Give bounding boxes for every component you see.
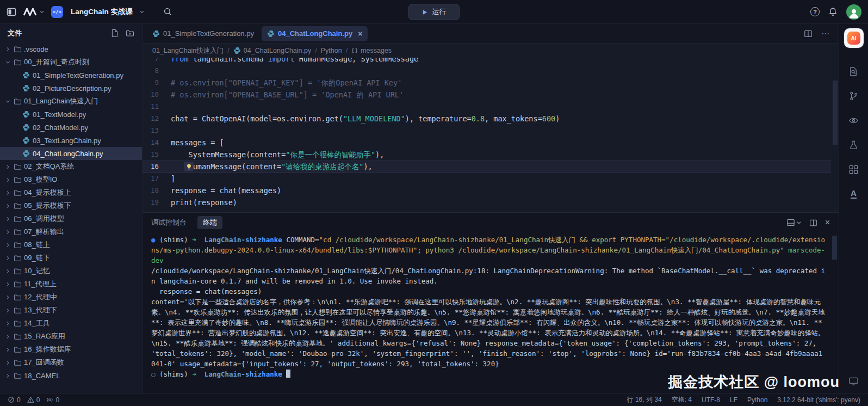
search-icon[interactable] [163, 7, 172, 16]
chevron-right-icon [4, 46, 14, 53]
code-line[interactable]: 12chat = ChatOpenAI(model=os.environ.get… [142, 113, 831, 125]
tree-folder-item[interactable]: 17_回调函数 [0, 356, 142, 369]
tree-folder-item[interactable]: 03_模型IO [0, 173, 142, 186]
project-title[interactable]: LangChain 实战课 [71, 7, 133, 17]
editor-tab[interactable]: 01_SimpleTextGeneration.py [147, 26, 259, 41]
cursor-position[interactable]: 行 16, 列 34 [627, 395, 662, 404]
bell-icon[interactable] [828, 7, 838, 16]
tree-file-item[interactable]: 03_TextLangChain.py [0, 134, 142, 147]
typography-icon[interactable]: A [848, 189, 859, 199]
remote-monitor-icon[interactable] [848, 376, 859, 386]
code-line[interactable]: 18response = chat(messages) [142, 184, 831, 196]
marscode-logo-icon[interactable] [23, 8, 37, 16]
preview-eye-icon[interactable] [848, 115, 859, 126]
folder-icon [14, 359, 24, 367]
run-button[interactable]: 运行 [408, 4, 460, 20]
tree-file-item[interactable]: 01_TextModel.py [0, 108, 142, 121]
code-editor[interactable]: 7from langchain.schema import HumanMessa… [142, 58, 839, 212]
breadcrumb-label: messages [361, 47, 392, 54]
tab-debug-console[interactable]: 调试控制台 [151, 218, 187, 227]
ai-assistant-icon[interactable]: AI [844, 28, 864, 48]
lightbulb-icon[interactable] [184, 162, 194, 171]
language-mode[interactable]: Python [747, 396, 767, 404]
code-line[interactable]: 9# os.environ["OPENAI_API_KEY"] = '你的Ope… [142, 77, 831, 89]
tree-folder-item[interactable]: 00_开篇词_奇点时刻 [0, 56, 142, 69]
code-line[interactable]: 11 [142, 101, 831, 113]
tree-folder-item[interactable]: 16_操作数据库 [0, 343, 142, 356]
tree-folder-item[interactable]: 08_链上 [0, 238, 142, 251]
ports-count[interactable]: 0 [46, 396, 59, 404]
python-file-icon [267, 30, 275, 38]
breadcrumb-item[interactable]: Python [321, 47, 342, 54]
chevron-down-icon[interactable] [139, 9, 145, 15]
code-line[interactable]: 10# os.environ["OPENAI_BASE_URL"] = 'Ope… [142, 89, 831, 101]
tree-folder-item[interactable]: 06_调用模型 [0, 212, 142, 225]
tab-terminal[interactable]: 终端 [197, 216, 222, 229]
tree-file-item[interactable]: 02_ChatModel.py [0, 121, 142, 134]
editor-scrollbar[interactable] [833, 81, 838, 145]
test-flask-icon[interactable] [848, 140, 859, 150]
chevron-right-icon [4, 229, 14, 236]
tree-folder-item[interactable]: 10_记忆 [0, 264, 142, 278]
panel-layout-icon[interactable] [786, 218, 802, 227]
code-line[interactable]: 17] [142, 173, 831, 184]
folder-name: .vscode [24, 45, 48, 53]
tree-file-item[interactable]: 01_SimpleTextGeneration.py [0, 69, 142, 82]
tree-folder-item[interactable]: 09_链下 [0, 251, 142, 264]
tree-folder-item[interactable]: 07_解析输出 [0, 225, 142, 238]
tree-folder-item[interactable]: 14_工具 [0, 317, 142, 330]
new-file-icon[interactable] [110, 29, 119, 38]
tree-file-item[interactable]: 02_PictureDescription.py [0, 82, 142, 95]
tree-file-item[interactable]: 04_ChatLongChain.py [0, 147, 142, 160]
code-line[interactable]: 8 [142, 65, 831, 77]
close-panel-icon[interactable]: × [825, 218, 830, 227]
run-label: 运行 [432, 7, 447, 17]
tree-folder-item[interactable]: 18_CAMEL [0, 369, 142, 382]
code-line[interactable]: 15 SystemMessage(content="你是一个很棒的智能助手"), [142, 149, 831, 161]
terminal-output[interactable]: ● (shims) ➜ LangChain-shizhanke COMMAND=… [142, 232, 839, 393]
chevron-down-icon[interactable] [39, 9, 45, 15]
breadcrumb-item[interactable]: 04_ChatLongChain.py [233, 47, 311, 54]
tree-folder-item[interactable]: 02_文档QA系统 [0, 160, 142, 173]
close-tab-icon[interactable]: × [358, 29, 362, 38]
new-folder-icon[interactable] [126, 29, 134, 38]
split-editor-icon[interactable] [804, 29, 813, 38]
encoding[interactable]: UTF-8 [702, 396, 720, 404]
tree-folder-item[interactable]: 12_代理中 [0, 291, 142, 304]
file-name: 02_ChatModel.py [33, 124, 88, 132]
code-line[interactable]: 7from langchain.schema import HumanMessa… [142, 58, 831, 65]
tree-folder-item[interactable]: 13_代理下 [0, 304, 142, 317]
code-line[interactable]: 13 [142, 125, 831, 137]
split-panel-icon[interactable] [809, 219, 817, 227]
folder-name: 05_提示模板下 [24, 201, 71, 211]
file-search-icon[interactable] [848, 66, 859, 77]
error-count[interactable]: 0 [8, 396, 21, 404]
code-line[interactable]: 16 HumanMessage(content="请给我的桌游店起个名"), [142, 161, 831, 173]
git-branch-icon[interactable] [848, 91, 859, 101]
chevron-right-icon [4, 372, 14, 379]
status-bar: 0 0 0 行 16, 列 34 空格: 4 UTF-8 LF Python 3… [0, 393, 868, 406]
help-icon[interactable]: ? [810, 7, 820, 16]
editor-tab[interactable]: 04_ChatLongChain.py× [262, 26, 368, 41]
extensions-grid-icon[interactable] [848, 164, 859, 175]
title-bar: </> LangChain 实战课 运行 ? [0, 0, 868, 24]
code-line[interactable]: 19print(response) [142, 196, 831, 208]
warning-count[interactable]: 0 [27, 396, 40, 404]
tree-folder-item[interactable]: 01_LangChain快速入门 [0, 95, 142, 108]
tree-folder-item[interactable]: 05_提示模板下 [0, 199, 142, 212]
tree-folder-item[interactable]: 04_提示模板上 [0, 186, 142, 199]
tree-folder-item[interactable]: 11_代理上 [0, 278, 142, 291]
eol[interactable]: LF [730, 396, 737, 404]
more-actions-icon[interactable]: ⋯ [821, 29, 830, 39]
breadcrumb-item[interactable]: 01_LangChain快速入门 [152, 46, 224, 56]
tree-folder-item[interactable]: 15_RAG应用 [0, 330, 142, 343]
python-interpreter[interactable]: 3.12.2 64-bit ('shims': pyenv) [777, 396, 860, 404]
tab-label: 04_ChatLongChain.py [278, 29, 352, 38]
avatar[interactable] [846, 4, 861, 20]
terminal-scrollbar[interactable] [832, 236, 837, 260]
sidebar-toggle-icon[interactable] [7, 7, 16, 17]
indentation[interactable]: 空格: 4 [672, 395, 692, 404]
tree-folder-item[interactable]: .vscode [0, 42, 142, 56]
breadcrumb-item[interactable]: messages [351, 47, 392, 54]
code-line[interactable]: 14messages = [ [142, 137, 831, 149]
